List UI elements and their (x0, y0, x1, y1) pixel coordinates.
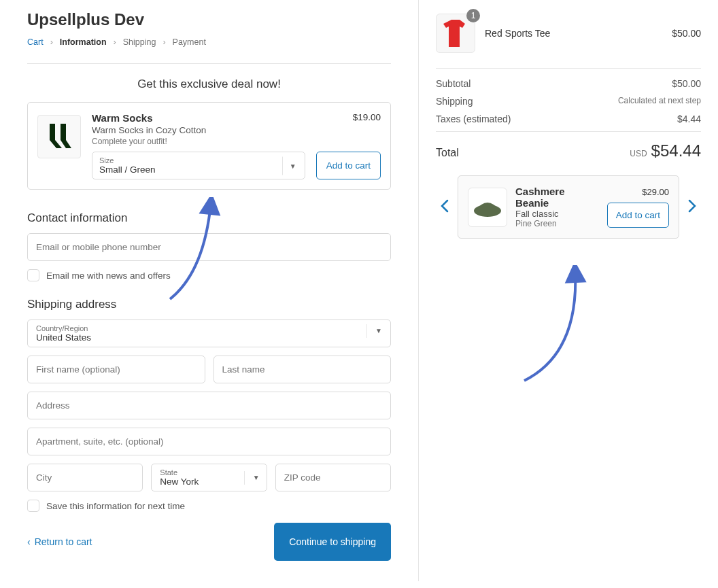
country-label: Country/Region (36, 324, 382, 332)
shipping-note: Calculated at next step (618, 96, 701, 107)
country-value: United States (36, 332, 382, 343)
sidebar-upsell-subtitle: Fall classic (515, 209, 599, 219)
contact-heading: Contact information (27, 211, 391, 225)
chevron-down-icon: ▼ (244, 471, 260, 485)
cart-item-price: $50.00 (672, 28, 701, 39)
breadcrumb-information: Information (60, 37, 107, 47)
upsell-next-button[interactable] (683, 195, 701, 220)
cart-item-name: Red Sports Tee (485, 28, 662, 39)
continue-to-shipping-button[interactable]: Continue to shipping (274, 523, 391, 561)
divider (27, 63, 391, 64)
save-info-checkbox[interactable] (27, 500, 39, 512)
select-value: Small / Green (99, 165, 298, 175)
breadcrumb: Cart › Information › Shipping › Payment (27, 37, 391, 47)
breadcrumb-shipping: Shipping (123, 37, 156, 47)
subtotal-amount: $50.00 (672, 78, 701, 89)
upsell-product-image (37, 115, 81, 158)
marketing-optin-checkbox[interactable] (27, 269, 39, 281)
divider (436, 131, 701, 132)
sidebar-upsell-image (468, 188, 507, 227)
input-placeholder: First name (optional) (36, 364, 120, 375)
taxes-label: Taxes (estimated) (436, 114, 511, 124)
state-select[interactable]: ▼ State New York (151, 464, 267, 491)
input-placeholder: City (36, 472, 52, 483)
sidebar-upsell-name: Cashmere Beanie (515, 186, 599, 209)
quantity-badge: 1 (466, 9, 480, 22)
chevron-right-icon: › (163, 37, 165, 47)
upsell-product-name: Warm Socks (92, 112, 305, 124)
first-name-input[interactable]: First name (optional) (27, 356, 205, 383)
chevron-down-icon: ▼ (366, 324, 382, 338)
sidebar-upsell-variant: Pine Green (515, 219, 599, 228)
total-amount: $54.44 (651, 141, 701, 160)
breadcrumb-payment: Payment (173, 37, 206, 47)
country-select[interactable]: ▼ Country/Region United States (27, 319, 391, 347)
chevron-right-icon (687, 199, 697, 213)
divider (436, 68, 701, 69)
city-input[interactable]: City (27, 464, 143, 491)
return-to-cart-link[interactable]: ‹ Return to cart (27, 536, 92, 547)
annotation-arrow-icon (517, 265, 606, 387)
sidebar-upsell-card: Cashmere Beanie Fall classic Pine Green … (458, 175, 679, 239)
chevron-right-icon: › (114, 37, 116, 47)
address-input[interactable]: Address (27, 392, 391, 419)
contact-email-input[interactable]: Email or mobile phone number (27, 233, 391, 261)
subtotal-label: Subtotal (436, 78, 471, 89)
address2-input[interactable]: Apartment, suite, etc. (optional) (27, 428, 391, 455)
return-to-cart-label: Return to cart (35, 536, 92, 547)
upsell-prev-button[interactable] (436, 195, 454, 220)
input-placeholder: Last name (222, 364, 265, 375)
total-label: Total (436, 147, 459, 159)
upsell-add-to-cart-button[interactable]: Add to cart (316, 152, 381, 179)
upsell-price: $19.00 (353, 112, 381, 122)
input-placeholder: ZIP code (284, 472, 321, 483)
sidebar-upsell-price: $29.00 (642, 187, 669, 197)
input-placeholder: Apartment, suite, etc. (optional) (36, 436, 164, 447)
zip-input[interactable]: ZIP code (275, 464, 391, 491)
sidebar-upsell-add-button[interactable]: Add to cart (607, 203, 669, 228)
chevron-left-icon: ‹ (27, 536, 31, 547)
currency-code: USD (630, 149, 647, 158)
chevron-left-icon (440, 199, 449, 213)
breadcrumb-cart[interactable]: Cart (27, 37, 44, 47)
shipping-label: Shipping (436, 96, 473, 107)
upsell-variant-select[interactable]: Size Small / Green ▼ (92, 152, 305, 179)
product-thumbnail: 1 (436, 14, 475, 53)
select-label: Size (99, 156, 298, 165)
upsell-card: Warm Socks Warm Socks in Cozy Cotton Com… (27, 102, 391, 190)
chevron-down-icon: ▼ (282, 156, 301, 175)
upsell-promo-text: Complete your outfit! (92, 137, 305, 146)
last-name-input[interactable]: Last name (213, 356, 392, 383)
marketing-optin-label: Email me with news and offers (46, 271, 171, 281)
input-placeholder: Address (36, 400, 70, 411)
taxes-amount: $4.44 (677, 114, 701, 124)
save-info-label: Save this information for next time (46, 501, 185, 511)
upsell-headline: Get this exclusive deal now! (27, 77, 391, 91)
chevron-right-icon: › (50, 37, 53, 47)
shipping-heading: Shipping address (27, 298, 391, 311)
cart-line-item: 1 Red Sports Tee $50.00 (436, 7, 701, 65)
upsell-product-subtitle: Warm Socks in Cozy Cotton (92, 125, 305, 135)
input-placeholder: Email or mobile phone number (36, 242, 161, 252)
shop-name: Upsellplus Dev (27, 10, 391, 29)
